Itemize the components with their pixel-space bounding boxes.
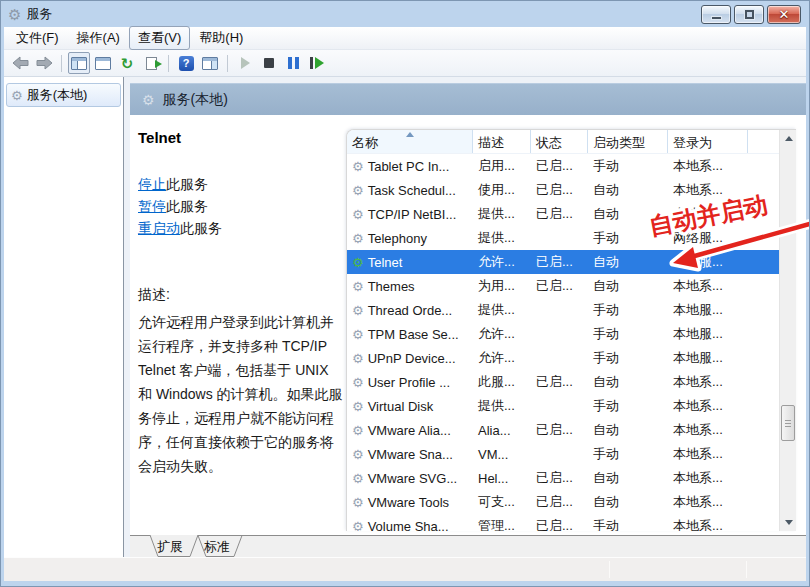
refresh-button[interactable]: ↻ bbox=[116, 52, 138, 74]
service-name: Themes bbox=[368, 279, 415, 294]
service-row[interactable]: ⚙UPnP Device...允许...手动本地服... bbox=[347, 346, 780, 370]
start-service-button[interactable] bbox=[234, 52, 256, 74]
restart-service-button[interactable] bbox=[306, 52, 328, 74]
service-row[interactable]: ⚙Volume Sha...管理...已启...手动本地系... bbox=[347, 514, 780, 531]
scrollbar-thumb[interactable] bbox=[781, 405, 795, 441]
services-table: 名称描述状态启动类型登录为 ⚙Tablet PC In...启用...已启...… bbox=[346, 129, 796, 531]
back-arrow-icon bbox=[12, 56, 29, 70]
scrollbar-grip-icon bbox=[785, 420, 791, 427]
vertical-scrollbar[interactable] bbox=[779, 130, 796, 531]
menu-item[interactable]: 文件(F) bbox=[7, 26, 68, 50]
service-row[interactable]: ⚙TPM Base Se...允许...手动本地服... bbox=[347, 322, 780, 346]
console-tree-panel: ⚙ 服务(本地) bbox=[4, 77, 124, 557]
restart-service-icon bbox=[310, 57, 324, 69]
service-startup-type: 手动 bbox=[588, 517, 668, 531]
service-startup-type: 手动 bbox=[588, 229, 668, 247]
service-row[interactable]: ⚙Task Schedul...使用...已启...自动本地系... bbox=[347, 178, 780, 202]
service-description: Hel... bbox=[473, 471, 531, 486]
description-label: 描述: bbox=[138, 286, 346, 304]
column-header[interactable]: 状态 bbox=[531, 130, 588, 153]
service-row[interactable]: ⚙VMware Alia...Alia...已启...自动本地系... bbox=[347, 418, 780, 442]
service-row[interactable]: ⚙VMware SVG...Hel...已启...自动本地系... bbox=[347, 466, 780, 490]
tab-outline bbox=[130, 535, 806, 557]
service-gear-icon: ⚙ bbox=[352, 160, 364, 173]
export-list-icon bbox=[146, 57, 157, 70]
service-startup-type: 手动 bbox=[588, 397, 668, 415]
minimize-button[interactable] bbox=[701, 5, 731, 24]
sidebar-item-services-local[interactable]: ⚙ 服务(本地) bbox=[6, 83, 121, 107]
properties-button[interactable] bbox=[92, 52, 114, 74]
status-separator bbox=[746, 561, 747, 578]
service-row[interactable]: ⚙Thread Orde...提供...手动本地服... bbox=[347, 298, 780, 322]
service-action-link[interactable]: 重启动 bbox=[138, 220, 180, 236]
service-startup-type: 自动 bbox=[588, 205, 668, 223]
help-button[interactable]: ? bbox=[175, 52, 197, 74]
service-description: 允许... bbox=[473, 325, 531, 343]
service-row[interactable]: ⚙VMware Tools可支...已启...自动本地系... bbox=[347, 490, 780, 514]
scroll-down-button[interactable] bbox=[780, 514, 796, 531]
close-button[interactable]: ✕ bbox=[767, 5, 801, 24]
tab-standard[interactable]: 标准 bbox=[204, 538, 230, 556]
service-row[interactable]: ⚙Telnet允许...已启...自动本地服... bbox=[347, 250, 780, 274]
service-name: Virtual Disk bbox=[368, 399, 434, 414]
service-name: TCP/IP NetBI... bbox=[368, 207, 457, 222]
console-tree-icon bbox=[71, 57, 87, 70]
service-description: 为用... bbox=[473, 277, 531, 295]
column-header[interactable]: 名称 bbox=[347, 130, 473, 153]
service-action-link[interactable]: 暂停 bbox=[138, 198, 166, 214]
service-gear-icon: ⚙ bbox=[352, 400, 364, 413]
service-gear-icon: ⚙ bbox=[352, 376, 364, 389]
column-header[interactable]: 描述 bbox=[473, 130, 531, 153]
service-status: 已启... bbox=[531, 421, 588, 439]
service-name: VMware Tools bbox=[368, 495, 449, 510]
menu-item[interactable]: 帮助(H) bbox=[190, 26, 252, 50]
service-row[interactable]: ⚙Tablet PC In...启用...已启...手动本地系... bbox=[347, 154, 780, 178]
service-status: 已启... bbox=[531, 517, 588, 531]
service-description: 启用... bbox=[473, 157, 531, 175]
service-row[interactable]: ⚙VMware Sna...VM...手动本地系... bbox=[347, 442, 780, 466]
service-name: Telephony bbox=[368, 231, 427, 246]
service-row[interactable]: ⚙User Profile ...此服...已启...自动本地系... bbox=[347, 370, 780, 394]
scroll-up-button[interactable] bbox=[780, 130, 796, 147]
restore-button[interactable] bbox=[734, 5, 764, 24]
back-button[interactable] bbox=[9, 52, 31, 74]
service-startup-type: 手动 bbox=[588, 445, 668, 463]
restore-icon bbox=[745, 10, 754, 19]
selected-service-title: Telnet bbox=[138, 129, 346, 146]
show-console-tree-button[interactable] bbox=[68, 52, 90, 74]
service-description: 可支... bbox=[473, 493, 531, 511]
gear-icon: ⚙ bbox=[142, 93, 155, 107]
service-gear-icon: ⚙ bbox=[352, 352, 364, 365]
menu-item[interactable]: 查看(V) bbox=[129, 26, 190, 50]
column-header[interactable]: 登录为 bbox=[668, 130, 748, 153]
stop-service-button[interactable] bbox=[258, 52, 280, 74]
pause-service-button[interactable] bbox=[282, 52, 304, 74]
status-separator bbox=[609, 561, 610, 578]
service-row[interactable]: ⚙Themes为用...已启...自动本地系... bbox=[347, 274, 780, 298]
service-name: TPM Base Se... bbox=[368, 327, 459, 342]
service-name: VMware Alia... bbox=[368, 423, 451, 438]
service-status: 已启... bbox=[531, 469, 588, 487]
title-bar[interactable]: ⚙ 服务 ✕ bbox=[4, 1, 806, 27]
menu-item[interactable]: 操作(A) bbox=[68, 26, 129, 50]
minimize-icon bbox=[711, 16, 722, 20]
service-logon-as: 网络服... bbox=[668, 229, 748, 247]
service-startup-type: 自动 bbox=[588, 181, 668, 199]
service-row[interactable]: ⚙Virtual Disk提供...手动本地系... bbox=[347, 394, 780, 418]
service-action-link[interactable]: 停止 bbox=[138, 176, 166, 192]
service-row[interactable]: ⚙TCP/IP NetBI...提供...已启...自动本地服... bbox=[347, 202, 780, 226]
action-pane-icon bbox=[202, 57, 218, 70]
export-list-button[interactable] bbox=[140, 52, 162, 74]
service-description: 提供... bbox=[473, 301, 531, 319]
column-header[interactable]: 启动类型 bbox=[588, 130, 668, 153]
service-gear-icon: ⚙ bbox=[352, 304, 364, 317]
service-status: 已启... bbox=[531, 181, 588, 199]
service-gear-icon: ⚙ bbox=[352, 424, 364, 437]
service-row[interactable]: ⚙Telephony提供...手动网络服... bbox=[347, 226, 780, 250]
service-gear-icon: ⚙ bbox=[352, 280, 364, 293]
service-name: Volume Sha... bbox=[368, 519, 449, 532]
tab-extended[interactable]: 扩展 bbox=[157, 538, 183, 556]
forward-button[interactable] bbox=[33, 52, 55, 74]
show-action-pane-button[interactable] bbox=[199, 52, 221, 74]
service-gear-icon: ⚙ bbox=[352, 208, 364, 221]
